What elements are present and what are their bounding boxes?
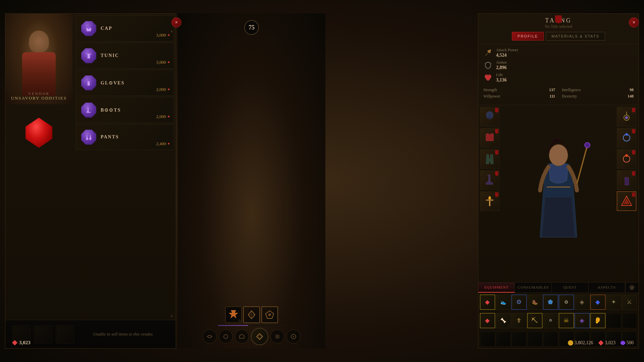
svg-point-7 bbox=[489, 51, 490, 52]
inv-slot-2[interactable]: 👟 bbox=[496, 295, 511, 310]
scroll-up-arrow[interactable]: ▲ bbox=[170, 29, 174, 33]
inv-slot-25[interactable] bbox=[543, 331, 558, 347]
inv-item-18: 👂 bbox=[592, 315, 603, 326]
equip-slot-boots[interactable] bbox=[480, 170, 499, 190]
sell-slot-2[interactable] bbox=[34, 325, 52, 344]
equip-slot-head[interactable] bbox=[480, 107, 499, 126]
shop-item-cap[interactable]: CAP 3,000 ✦ bbox=[76, 15, 174, 42]
shop-item-boots[interactable]: B⊙⊙TS 2,000 ✦ bbox=[76, 97, 174, 123]
player-gold-display: 3,023 bbox=[12, 340, 31, 346]
svg-point-4 bbox=[268, 313, 271, 316]
inv-slot-24[interactable] bbox=[527, 331, 542, 347]
gem-decoration bbox=[25, 118, 52, 148]
armor-icon bbox=[483, 61, 493, 70]
close-vendor-button[interactable]: × bbox=[171, 17, 181, 27]
inv-slot-23[interactable] bbox=[512, 331, 527, 347]
intelligence-label: Intelligence bbox=[562, 87, 581, 93]
nav-btn-2[interactable] bbox=[219, 329, 233, 344]
inv-slot-17[interactable]: ◈ bbox=[575, 313, 590, 328]
nav-btn-5[interactable] bbox=[286, 329, 301, 344]
gems-currency: 500 bbox=[621, 340, 634, 346]
inv-slot-14[interactable]: ⛏ bbox=[527, 313, 542, 328]
nav-btn-3[interactable] bbox=[235, 329, 249, 344]
character-title: No Title selected bbox=[483, 24, 634, 29]
nav-btn-4[interactable] bbox=[270, 329, 284, 344]
tab-settings-button[interactable] bbox=[625, 283, 639, 293]
gloves-name: GL⊙VES bbox=[101, 80, 170, 86]
inv-slot-11[interactable]: ◆ bbox=[480, 313, 495, 328]
weapon-slot-icon bbox=[483, 194, 497, 208]
gloves-price: 2,000 ✦ bbox=[156, 87, 170, 92]
inv-item-12: 🦴 bbox=[497, 315, 509, 326]
equip-slot-weapon-2h[interactable] bbox=[480, 191, 499, 211]
inv-slot-7[interactable]: ◈ bbox=[575, 295, 590, 310]
scroll-down-arrow[interactable]: ▼ bbox=[170, 314, 174, 318]
head-slot-bookmark bbox=[495, 108, 498, 113]
equip-slot-gloves[interactable] bbox=[617, 170, 636, 190]
tab-consumables[interactable]: Consumables bbox=[515, 283, 552, 293]
inv-slot-13[interactable]: 🗡 bbox=[512, 313, 527, 328]
character-model bbox=[502, 105, 615, 282]
inv-item-3: ⚙ bbox=[513, 296, 525, 308]
nav-main-button[interactable] bbox=[251, 328, 268, 345]
life-value: 3,136 bbox=[496, 77, 507, 83]
equip-slot-ring-1[interactable] bbox=[617, 128, 636, 147]
inv-slot-10[interactable]: ⚔ bbox=[622, 295, 637, 310]
tunic-info: TUNIC bbox=[98, 53, 170, 58]
vendor-subtitle-label: UNSAVORY ODDITIES bbox=[5, 96, 72, 101]
inv-slot-19[interactable] bbox=[606, 313, 621, 328]
shop-item-gloves[interactable]: GL⊙VES 2,000 ✦ bbox=[76, 70, 174, 96]
equip-slot-ring-2[interactable] bbox=[617, 149, 636, 169]
ring2-slot-bookmark bbox=[632, 150, 635, 155]
legs-slot-bookmark bbox=[495, 150, 498, 155]
shop-item-tunic[interactable]: TUNIC 3,000 ✦ bbox=[76, 43, 174, 69]
life-icon bbox=[483, 73, 493, 82]
inv-item-16: ☠ bbox=[560, 315, 572, 326]
inv-slot-18[interactable]: 👂 bbox=[590, 313, 605, 328]
armor-label: Armor bbox=[496, 60, 507, 65]
inv-item-6: ⚙ bbox=[560, 296, 572, 308]
character-panel: TAENG No Title selected PROFILE Material… bbox=[478, 13, 639, 349]
cap-icon bbox=[79, 19, 98, 38]
equip-slot-legs[interactable] bbox=[480, 149, 499, 169]
inv-slot-16[interactable]: ☠ bbox=[559, 313, 574, 328]
shop-item-pants[interactable]: PANTS 2,400 ✦ bbox=[76, 124, 174, 150]
inv-slot-12[interactable]: 🦴 2 bbox=[496, 313, 511, 328]
character-buttons: PROFILE Materials & Stats bbox=[483, 32, 634, 41]
boots-slot-bookmark bbox=[495, 171, 498, 176]
inv-slot-22[interactable] bbox=[496, 331, 511, 347]
nav-btn-1[interactable] bbox=[203, 329, 217, 344]
equip-slot-amulet[interactable] bbox=[617, 107, 636, 126]
inv-item-11: ◆ bbox=[482, 315, 493, 326]
tab-quest[interactable]: Quest bbox=[552, 283, 588, 293]
player-gold-amount: 3,023 bbox=[19, 340, 31, 346]
inv-slot-4[interactable]: 🥾 bbox=[527, 295, 542, 310]
materials-stats-button[interactable]: Materials & Stats bbox=[546, 32, 605, 41]
inv-slot-5[interactable]: ⬟ bbox=[543, 295, 558, 310]
inv-slot-6[interactable]: ⚙ bbox=[559, 295, 574, 310]
inv-slot-20[interactable] bbox=[622, 313, 637, 328]
player-level-badge: 75 bbox=[244, 20, 259, 35]
skill-slot-2[interactable] bbox=[243, 306, 260, 323]
profile-button[interactable]: PROFILE bbox=[512, 32, 544, 41]
tab-equipment[interactable]: Equipment bbox=[478, 283, 515, 293]
vendor-panel: VENDOR UNSAVORY ODDITIES CAP 3,000 ✦ bbox=[5, 13, 176, 349]
inv-slot-1[interactable]: ◆ bbox=[480, 295, 495, 310]
attack-power-row: Attack Power 4,524 bbox=[483, 48, 634, 58]
inv-item-2: 👟 bbox=[497, 296, 509, 308]
equip-slot-offhand[interactable] bbox=[617, 191, 636, 211]
inv-slot-9[interactable]: ✦ bbox=[606, 295, 621, 310]
vendor-portrait: VENDOR UNSAVORY ODDITIES bbox=[5, 14, 72, 104]
close-character-button[interactable]: × bbox=[629, 17, 639, 27]
skill-slot-1[interactable]: Q bbox=[225, 306, 242, 323]
equip-slot-chest[interactable] bbox=[480, 128, 499, 147]
ring1-slot-icon bbox=[620, 131, 634, 145]
tab-aspects[interactable]: Aspects bbox=[589, 283, 625, 293]
inv-slot-15[interactable]: ⚬ bbox=[543, 313, 558, 328]
inv-slot-3[interactable]: ⚙ bbox=[512, 295, 527, 310]
skill-slot-3[interactable] bbox=[261, 306, 278, 323]
inventory-grid-row1: ◆ 👟 ⚙ 🥾 ⬟ ⚙ ◈ ◆ ✦ ⚔ bbox=[478, 293, 639, 311]
sell-slot-3[interactable] bbox=[56, 325, 74, 344]
inv-slot-8[interactable]: ◆ bbox=[590, 295, 605, 310]
inv-slot-21[interactable] bbox=[480, 331, 495, 347]
